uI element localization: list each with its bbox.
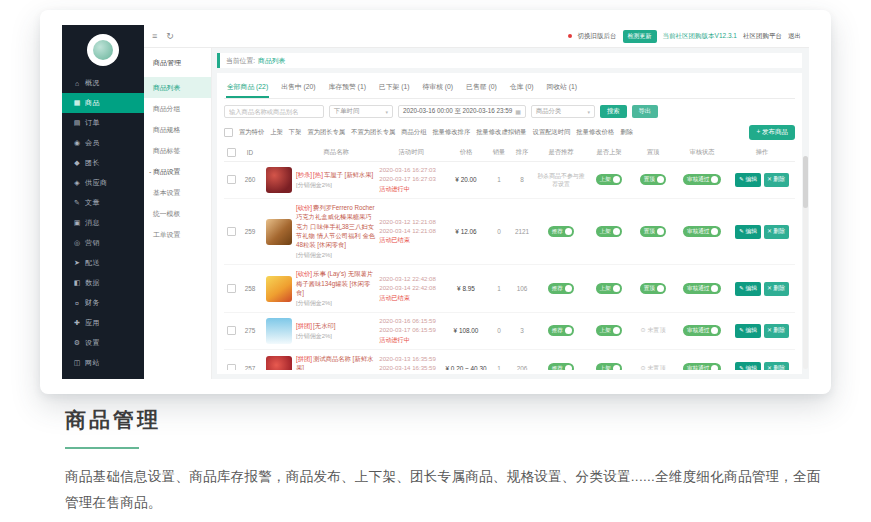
pinned-toggle[interactable]: 置顶 [640, 226, 667, 237]
audit-toggle[interactable]: 审核通过 [683, 283, 721, 294]
audit-toggle[interactable]: 审核通过 [683, 226, 721, 237]
edit-button[interactable]: ✎ 编辑 [735, 225, 760, 239]
batch-action-10[interactable]: 删除 [620, 128, 633, 137]
edit-button[interactable]: ✎ 编辑 [735, 362, 760, 371]
row-checkbox[interactable] [227, 175, 236, 184]
product-name[interactable]: [秒杀][热]车厘子 [新鲜水果] [296, 170, 376, 179]
pinned-toggle[interactable]: 置顶 [640, 174, 667, 185]
submenu-item-goods-group[interactable]: 商品分组 [144, 98, 211, 119]
scrollbar[interactable] [803, 156, 808, 369]
search-button[interactable]: 搜索 [600, 105, 627, 118]
export-button[interactable]: 导出 [632, 105, 659, 118]
sidebar-item-orders[interactable]: ▤订单 [62, 113, 144, 133]
time-type-select[interactable]: 下单时间 ▾ [329, 105, 393, 118]
listed-toggle[interactable]: 上架 [596, 226, 623, 237]
switch-old-link[interactable]: 切换旧版后台 [578, 32, 617, 41]
breadcrumb-current[interactable]: 商品列表 [258, 56, 285, 66]
tab-on-sale[interactable]: 出售中 (20) [280, 79, 316, 98]
recommend-toggle[interactable]: 推荐 [548, 283, 575, 294]
batch-action-8[interactable]: 设置配送时间 [533, 128, 571, 137]
batch-action-0[interactable]: 置为特价 [239, 128, 264, 137]
platform-link[interactable]: 社区团购平台 [743, 32, 782, 41]
tab-all[interactable]: 全部商品 (22) [226, 79, 269, 98]
submenu-item-work-settings[interactable]: 工单设置 [144, 224, 211, 245]
recommend-toggle[interactable]: 推荐 [548, 363, 575, 370]
submenu-item-goods-settings[interactable]: - 商品设置 [144, 161, 211, 182]
row-checkbox[interactable] [227, 227, 236, 236]
scrollbar-thumb[interactable] [803, 156, 808, 208]
avatar[interactable] [87, 34, 119, 66]
pinned-toggle[interactable]: 置顶 [640, 283, 667, 294]
submenu-item-unified-template[interactable]: 统一模板 [144, 203, 211, 224]
submenu-item-goods-spec[interactable]: 商品规格 [144, 119, 211, 140]
sidebar-item-site[interactable]: ◫网站 [62, 353, 144, 373]
sidebar-item-messages[interactable]: ▣消息 [62, 213, 144, 233]
sidebar-item-suppliers[interactable]: ◈供应商 [62, 173, 144, 193]
select-all-checkbox[interactable] [227, 148, 236, 157]
sidebar-item-settings[interactable]: ⚙设置 [62, 333, 144, 353]
batch-action-2[interactable]: 下架 [289, 128, 302, 137]
sidebar-item-articles[interactable]: ✎文章 [62, 193, 144, 213]
recommend-toggle[interactable]: 推荐 [548, 226, 575, 237]
delete-button[interactable]: ✕ 删除 [764, 282, 789, 296]
listed-toggle[interactable]: 上架 [596, 363, 623, 370]
tab-stock-warning[interactable]: 库存预警 (1) [328, 79, 367, 98]
logout-link[interactable]: 退出 [788, 32, 801, 41]
sidebar-item-members[interactable]: ◉会员 [62, 133, 144, 153]
listed-toggle[interactable]: 上架 [596, 283, 623, 294]
listed-toggle[interactable]: 上架 [596, 325, 623, 336]
edit-button[interactable]: ✎ 编辑 [735, 282, 760, 296]
publish-product-button[interactable]: + 发布商品 [749, 125, 795, 140]
delete-button[interactable]: ✕ 删除 [764, 225, 789, 239]
refresh-icon[interactable]: ↻ [166, 32, 174, 41]
tab-recycle[interactable]: 回收站 (1) [546, 79, 579, 98]
edit-button[interactable]: ✎ 编辑 [735, 324, 760, 338]
row-checkbox[interactable] [227, 284, 236, 293]
submenu-item-goods-list[interactable]: 商品列表 [144, 77, 211, 98]
sidebar-item-finance[interactable]: ¤财务 [62, 293, 144, 313]
audit-toggle[interactable]: 审核通过 [683, 174, 721, 185]
delete-button[interactable]: ✕ 删除 [764, 362, 789, 371]
product-name[interactable]: [砍价]费列罗Ferrero Rocher巧克力礼盒威化榛果糖果巧克力 口味伴手… [296, 203, 376, 250]
submenu-item-basic-settings[interactable]: 基本设置 [144, 182, 211, 203]
audit-toggle[interactable]: 审核通过 [683, 363, 721, 370]
sidebar-item-overview[interactable]: ⌂概况 [62, 73, 144, 93]
tab-sold-out[interactable]: 已售罄 (0) [465, 79, 498, 98]
tab-off-shelf[interactable]: 已下架 (1) [378, 79, 411, 98]
tab-warehouse[interactable]: 仓库 (0) [509, 79, 535, 98]
batch-action-5[interactable]: 商品分组 [401, 128, 426, 137]
batch-action-7[interactable]: 批量修改虚拟销量 [476, 128, 526, 137]
product-name[interactable]: [砍价]乐事 (Lay's) 无限薯片 梅子酱味134g罐装 [休闲零食] [296, 269, 376, 297]
row-checkbox[interactable] [227, 326, 236, 335]
recommend-toggle[interactable]: 推荐 [548, 325, 575, 336]
select-all-checkbox[interactable] [224, 128, 233, 137]
batch-action-1[interactable]: 上架 [270, 128, 283, 137]
category-select[interactable]: 商品分类 ▾ [531, 105, 595, 118]
submenu-item-goods-label[interactable]: 商品标签 [144, 140, 211, 161]
pinned-toggle[interactable]: ⊙ 未置顶 [640, 364, 665, 370]
product-name[interactable]: [拼团][无水印] [296, 321, 376, 330]
sidebar-item-leaders[interactable]: ◆团长 [62, 153, 144, 173]
product-search-input[interactable] [224, 105, 324, 118]
batch-action-3[interactable]: 置为团长专属 [307, 128, 345, 137]
product-name[interactable]: [拼团]测试商品名称 [新鲜水果] [296, 354, 376, 370]
sidebar-item-data[interactable]: ◧数据 [62, 273, 144, 293]
listed-toggle[interactable]: 上架 [596, 174, 623, 185]
tab-pending[interactable]: 待审核 (0) [422, 79, 455, 98]
batch-action-6[interactable]: 批量修改排序 [432, 128, 470, 137]
delete-button[interactable]: ✕ 删除 [764, 173, 789, 187]
sidebar-item-apps[interactable]: ✚应用 [62, 313, 144, 333]
audit-toggle[interactable]: 审核通过 [683, 325, 721, 336]
row-checkbox[interactable] [227, 364, 236, 370]
edit-button[interactable]: ✎ 编辑 [735, 173, 760, 187]
pinned-toggle[interactable]: ⊙ 未置顶 [640, 326, 665, 335]
check-update-button[interactable]: 检测更新 [623, 30, 657, 43]
menu-toggle-icon[interactable]: ≡ [152, 32, 157, 41]
sidebar-item-delivery[interactable]: ➤配送 [62, 253, 144, 273]
sidebar-item-goods[interactable]: ▦商品 [62, 93, 144, 113]
batch-action-9[interactable]: 批量修改价格 [576, 128, 614, 137]
delete-button[interactable]: ✕ 删除 [764, 324, 789, 338]
batch-action-4[interactable]: 不置为团长专属 [351, 128, 395, 137]
date-range-input[interactable]: 2020-03-16 00:00 至 2020-03-16 23:59 ▦ [398, 105, 526, 118]
sidebar-item-marketing[interactable]: ◎营销 [62, 233, 144, 253]
